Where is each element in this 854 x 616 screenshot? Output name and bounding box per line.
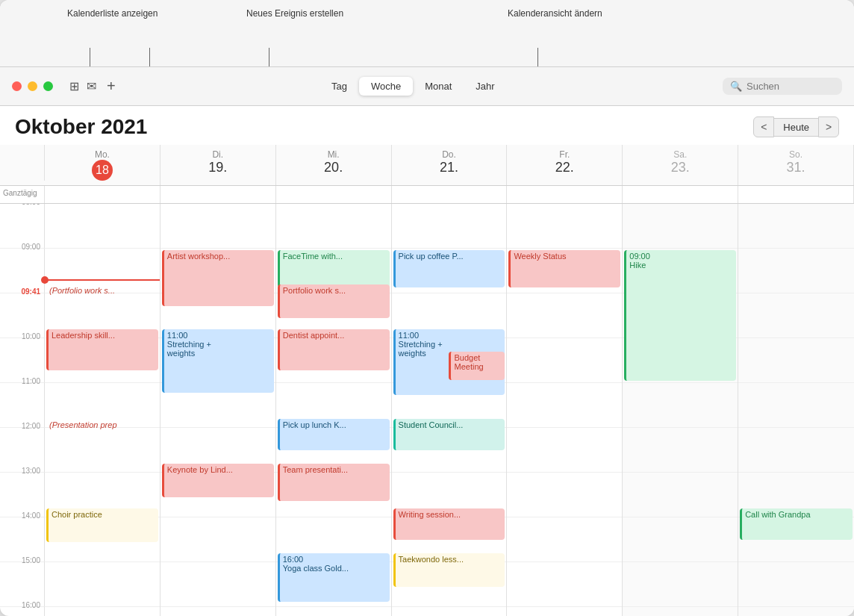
month-header: Oktober 2021 < Heute > (0, 106, 854, 145)
event-pickup-coffee[interactable]: Pick up coffee P... (393, 250, 505, 287)
event-call-grandpa[interactable]: Call with Grandpa (740, 508, 853, 540)
day-header-mi: Mi. 20. (276, 145, 392, 185)
event-artist-workshop[interactable]: Artist workshop... (162, 250, 274, 306)
event-leadership[interactable]: Leadership skill... (46, 329, 158, 370)
event-keynote[interactable]: Keynote by Lind... (162, 464, 274, 497)
allday-cell-di (160, 186, 276, 203)
event-stretching-di[interactable]: 11:00Stretching +weights (162, 329, 274, 393)
search-box[interactable]: 🔍 (723, 78, 842, 95)
event-student-council[interactable]: Student Council... (393, 419, 505, 450)
day-col-do: Pick up coffee P... 11:00Stretching +wei… (392, 204, 508, 616)
day-header-mo: Mo. 18 (45, 145, 160, 185)
day-header-do: Do. 21. (392, 145, 508, 185)
day-header-so: So. 31. (738, 145, 854, 185)
event-dentist[interactable]: Dentist appoint... (278, 329, 390, 370)
nav-buttons: < Heute > (753, 116, 839, 137)
allday-row: Ganztägig (0, 186, 854, 204)
event-weekly-status[interactable]: Weekly Status (508, 250, 620, 287)
search-icon: 🔍 (730, 81, 742, 92)
calendar-container: Mo. 18 Di. 19. Mi. 20. Do. 21. Fr. 22. S… (0, 145, 854, 616)
event-taekwondo[interactable]: Taekwondo less... (393, 553, 505, 587)
annotation-new-event: Neues Ereignis erstellen (246, 7, 343, 20)
current-time-line (45, 279, 160, 281)
day-header-di: Di. 19. (160, 145, 276, 185)
view-tabs: Tag Woche Monat Jahr (320, 77, 507, 96)
event-writing-session[interactable]: Writing session... (393, 508, 505, 540)
day-header-sa: Sa. 23. (623, 145, 738, 185)
tab-month[interactable]: Monat (413, 77, 464, 96)
today-button[interactable]: Heute (774, 118, 818, 137)
day-headers: Mo. 18 Di. 19. Mi. 20. Do. 21. Fr. 22. S… (0, 145, 854, 186)
event-portfolio-mi[interactable]: Portfolio work s... (278, 284, 390, 318)
close-button[interactable] (12, 81, 22, 91)
tab-day[interactable]: Tag (320, 77, 359, 96)
day-col-so: Call with Grandpa 19:00 (738, 204, 854, 616)
tab-year[interactable]: Jahr (464, 77, 506, 96)
event-presentation-prep[interactable]: (Presentation prep (46, 419, 158, 445)
time-grid: 08:00 09:00 09:41 10:00 11:00 12:00 13:0… (0, 204, 854, 616)
event-facetime[interactable]: FaceTime with... (278, 250, 390, 287)
current-time-dot (41, 276, 49, 284)
minimize-button[interactable] (28, 81, 37, 91)
calendar-window: Kalenderliste anzeigen Neues Ereignis er… (0, 0, 854, 616)
traffic-lights (12, 81, 53, 91)
month-title: Oktober 2021 (15, 115, 147, 139)
add-event-button[interactable]: + (107, 78, 116, 95)
toolbar-icons: ⊞ ✉ + (69, 78, 116, 95)
allday-cell-fr (507, 186, 623, 203)
annotation-calendar-list: Kalenderliste anzeigen (67, 7, 158, 20)
event-portfolio-mo[interactable]: (Portfolio work s... (46, 284, 158, 318)
allday-label: Ganztägig (0, 186, 45, 203)
inbox-icon[interactable]: ✉ (87, 79, 96, 93)
allday-cell-so (738, 186, 854, 203)
next-button[interactable]: > (818, 116, 839, 137)
allday-cell-sa (623, 186, 738, 203)
day-col-mo: (Portfolio work s... Leadership skill...… (45, 204, 160, 616)
annotation-change-view: Kalenderansicht ändern (508, 7, 602, 20)
day-col-mi: FaceTime with... Portfolio work s... Den… (276, 204, 392, 616)
event-choir[interactable]: Choir practice (46, 508, 158, 542)
prev-button[interactable]: < (753, 116, 774, 137)
search-input[interactable] (747, 81, 836, 92)
day-col-sa: 09:00Hike 19:00 (623, 204, 738, 616)
day-header-fr: Fr. 22. (507, 145, 623, 185)
day-col-di: Artist workshop... 11:00Stretching +weig… (160, 204, 276, 616)
event-team-presentation[interactable]: Team presentati... (278, 464, 390, 501)
titlebar: ⊞ ✉ + Tag Woche Monat Jahr 🔍 (0, 67, 854, 106)
event-yoga[interactable]: 16:00Yoga class Gold... (278, 553, 390, 602)
allday-cell-mi (276, 186, 392, 203)
tab-week[interactable]: Woche (359, 77, 413, 96)
event-pickup-lunch[interactable]: Pick up lunch K... (278, 419, 390, 450)
day-col-fr: Weekly Status (507, 204, 623, 616)
time-grid-inner: 08:00 09:00 09:41 10:00 11:00 12:00 13:0… (0, 204, 854, 616)
event-hike[interactable]: 09:00Hike (624, 250, 736, 381)
calendar-list-icon[interactable]: ⊞ (69, 79, 79, 93)
allday-cell-do (392, 186, 508, 203)
fullscreen-button[interactable] (43, 81, 53, 91)
time-col: 08:00 09:00 09:41 10:00 11:00 12:00 13:0… (0, 204, 45, 616)
allday-cell-mo (45, 186, 160, 203)
event-budget-meeting[interactable]: Budget Meeting (449, 352, 505, 380)
